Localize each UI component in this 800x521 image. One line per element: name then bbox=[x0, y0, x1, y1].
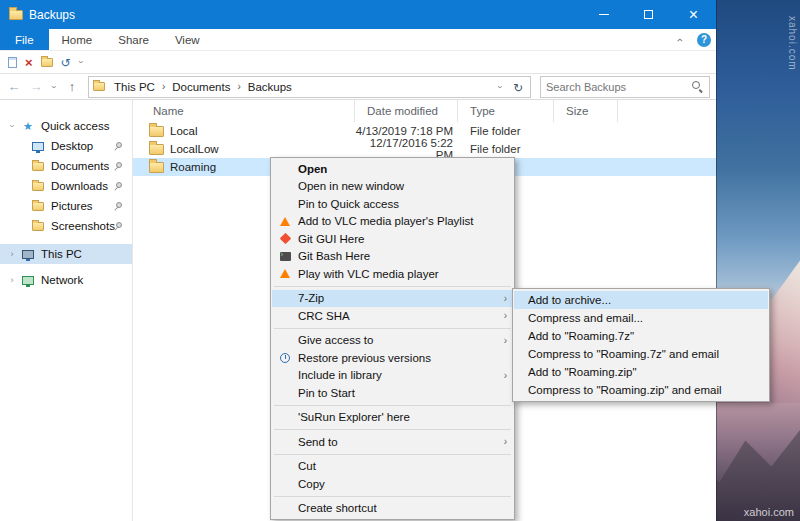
address-dropdown-icon[interactable] bbox=[494, 80, 504, 93]
context-menu-item[interactable]: Create shortcut bbox=[272, 500, 513, 518]
minimize-button[interactable] bbox=[581, 0, 626, 29]
customize-toolbar-dropdown-icon[interactable] bbox=[75, 61, 85, 64]
submenu-arrow-icon bbox=[498, 310, 513, 321]
context-menu-item[interactable]: Open bbox=[272, 160, 513, 178]
context-menu-item[interactable]: Pin to Start bbox=[272, 384, 513, 402]
file-row[interactable]: LocalLow 12/17/2016 5:22 PM File folder bbox=[133, 140, 716, 158]
help-icon: ? bbox=[697, 33, 711, 47]
breadcrumb-item[interactable]: This PC bbox=[109, 81, 167, 93]
undo-icon[interactable] bbox=[61, 53, 71, 71]
breadcrumb-item[interactable]: Documents bbox=[167, 81, 243, 93]
context-menu-item[interactable]: Send to bbox=[272, 433, 513, 451]
sidebar-item[interactable]: Downloads bbox=[0, 176, 132, 196]
file-date-modified: 4/13/2019 7:18 PM bbox=[355, 125, 458, 137]
folder-icon bbox=[32, 162, 44, 171]
context-menu-item bbox=[274, 328, 511, 329]
up-button[interactable] bbox=[62, 79, 82, 94]
context-menu-item[interactable]: Give access to bbox=[272, 332, 513, 350]
context-menu-item[interactable]: 7-Zip bbox=[272, 290, 513, 308]
context-menu-item[interactable]: Play with VLC media player bbox=[272, 265, 513, 283]
search-icon[interactable] bbox=[691, 80, 704, 93]
context-menu-item[interactable]: 'SuRun Explorer' here bbox=[272, 409, 513, 427]
back-button[interactable] bbox=[4, 79, 24, 94]
ribbon-tab[interactable]: Share bbox=[105, 29, 162, 50]
watermark-bottom: xahoi.com bbox=[744, 506, 794, 518]
context-menu-item bbox=[274, 454, 511, 455]
delete-icon[interactable] bbox=[25, 53, 33, 71]
refresh-icon[interactable] bbox=[510, 78, 526, 96]
git-gui-icon bbox=[279, 233, 290, 244]
column-header-row: Name Date modified Type Size bbox=[133, 100, 716, 122]
context-menu-item[interactable]: Restore previous versions bbox=[272, 349, 513, 367]
context-menu-item[interactable]: Git GUI Here bbox=[272, 230, 513, 248]
submenu-item[interactable]: Compress to "Roaming.7z" and email bbox=[514, 345, 768, 363]
ribbon-tab[interactable]: View bbox=[162, 29, 213, 50]
submenu-item[interactable]: Add to "Roaming.7z" bbox=[514, 327, 768, 345]
context-menu-item[interactable]: CRC SHA bbox=[272, 307, 513, 325]
file-type: File folder bbox=[458, 125, 554, 137]
help-button[interactable]: ? bbox=[692, 29, 716, 50]
column-header-type[interactable]: Type bbox=[458, 100, 554, 122]
submenu-arrow-icon bbox=[498, 436, 513, 447]
address-bar[interactable]: This PC Documents Backups bbox=[88, 76, 531, 98]
submenu-item[interactable]: Add to "Roaming.zip" bbox=[514, 363, 768, 381]
location-folder-icon bbox=[93, 82, 105, 91]
monitor-icon bbox=[32, 142, 44, 151]
sidebar-item[interactable]: Documents bbox=[0, 156, 132, 176]
sidebar-item[interactable]: Screenshots bbox=[0, 216, 132, 236]
sidebar-item[interactable]: Pictures bbox=[0, 196, 132, 216]
submenu-item[interactable]: Add to archive... bbox=[514, 291, 768, 309]
new-folder-icon[interactable] bbox=[41, 58, 53, 67]
breadcrumb: This PC Documents Backups bbox=[109, 81, 489, 93]
context-menu-item[interactable]: Git Bash Here bbox=[272, 248, 513, 266]
submenu-item[interactable]: Compress and email... bbox=[514, 309, 768, 327]
forward-button[interactable] bbox=[26, 79, 46, 94]
ribbon-spacer bbox=[213, 29, 666, 50]
sidebar-item-network[interactable]: Network bbox=[0, 270, 132, 290]
context-menu-item[interactable]: Pin to Quick access bbox=[272, 195, 513, 213]
pin-icon bbox=[114, 182, 123, 191]
file-type: File folder bbox=[458, 143, 554, 155]
pin-icon bbox=[114, 142, 123, 151]
sidebar-item[interactable]: Desktop bbox=[0, 136, 132, 156]
recent-locations-dropdown-icon[interactable] bbox=[49, 81, 59, 93]
sidebar-item-this-pc[interactable]: This PC bbox=[0, 244, 132, 264]
maximize-button[interactable] bbox=[626, 0, 671, 29]
column-header-size[interactable]: Size bbox=[554, 100, 618, 122]
search-box bbox=[540, 76, 710, 98]
minimize-icon bbox=[599, 14, 609, 15]
sidebar-item-quick-access[interactable]: Quick access bbox=[0, 116, 132, 136]
breadcrumb-item[interactable]: Backups bbox=[243, 81, 297, 93]
vlc-icon bbox=[280, 217, 290, 226]
properties-icon[interactable] bbox=[8, 57, 17, 68]
ribbon-tab[interactable]: Home bbox=[49, 29, 106, 50]
git-bash-icon bbox=[280, 252, 291, 261]
context-menu-item bbox=[274, 405, 511, 406]
folder-icon bbox=[149, 144, 164, 155]
folder-icon bbox=[32, 182, 44, 191]
submenu-arrow-icon bbox=[498, 293, 513, 304]
ribbon-tab-bar: File Home Share View ? bbox=[0, 29, 716, 51]
file-name: Roaming bbox=[170, 161, 216, 173]
pin-icon bbox=[114, 162, 123, 171]
close-button[interactable] bbox=[671, 0, 716, 29]
chevron-right-icon bbox=[7, 249, 17, 259]
context-menu-item[interactable]: Include in library bbox=[272, 367, 513, 385]
folder-icon bbox=[32, 202, 44, 211]
column-header-date-modified[interactable]: Date modified bbox=[355, 100, 458, 122]
pin-icon bbox=[114, 202, 123, 211]
context-menu-item[interactable]: Open in new window bbox=[272, 178, 513, 196]
quick-access-star-icon bbox=[23, 120, 33, 133]
ribbon-tab[interactable]: File bbox=[0, 29, 49, 50]
context-menu-item[interactable]: Add to VLC media player's Playlist bbox=[272, 213, 513, 231]
file-name: Local bbox=[170, 125, 198, 137]
maximize-icon bbox=[644, 10, 653, 19]
context-menu-item[interactable]: Cut bbox=[272, 458, 513, 476]
submenu-item[interactable]: Compress to "Roaming.zip" and email bbox=[514, 381, 768, 399]
context-menu-item bbox=[274, 429, 511, 430]
column-header-name[interactable]: Name bbox=[133, 100, 355, 122]
context-menu: Open Open in new window Pin to Quick acc… bbox=[270, 157, 515, 520]
search-input[interactable] bbox=[546, 81, 691, 93]
context-menu-item[interactable]: Copy bbox=[272, 475, 513, 493]
ribbon-collapse-button[interactable] bbox=[666, 29, 692, 50]
